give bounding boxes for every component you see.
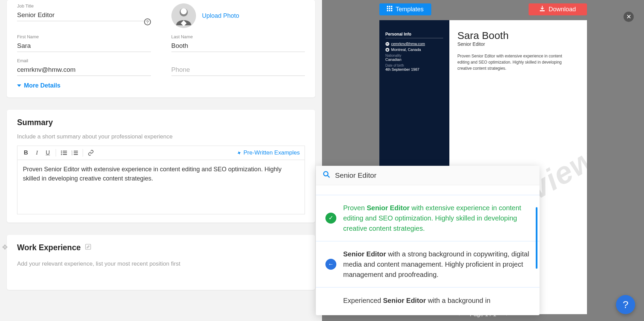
svg-rect-10 bbox=[63, 154, 67, 155]
resume-summary: Proven Senior Editor with extensive expe… bbox=[458, 53, 574, 71]
dob-value: 4th September 1987 bbox=[386, 67, 443, 71]
svg-rect-14 bbox=[74, 152, 78, 153]
suggestion-item[interactable]: ← Senior Editor with a strong background… bbox=[316, 241, 540, 287]
suggestion-item-selected[interactable]: ✓ Proven Senior Editor with extensive ex… bbox=[316, 195, 540, 241]
work-experience-card: ✥ Work Experience Add your relevant expe… bbox=[7, 235, 315, 290]
grid-icon bbox=[387, 6, 392, 13]
envelope-icon: ✉ bbox=[386, 42, 389, 46]
personal-details-card: Job Title ? Upload Photo First Name bbox=[7, 0, 315, 97]
first-name-input[interactable] bbox=[17, 40, 151, 52]
more-details-toggle[interactable]: More Details bbox=[17, 82, 305, 89]
chevron-down-icon bbox=[17, 84, 21, 87]
resume-location-row: ◉ Montreal, Canada bbox=[386, 48, 443, 52]
resume-title: Senior Editor bbox=[458, 41, 579, 47]
svg-point-5 bbox=[61, 151, 62, 152]
svg-point-9 bbox=[61, 154, 62, 155]
svg-rect-21 bbox=[387, 8, 388, 9]
templates-button[interactable]: Templates bbox=[379, 3, 431, 15]
job-title-label: Job Title bbox=[17, 3, 151, 9]
suggestion-item-partial bbox=[316, 185, 540, 195]
wand-icon: ✦ bbox=[236, 149, 242, 157]
resume-email-row: ✉ cemrknv@hmw.com bbox=[386, 42, 443, 46]
svg-rect-12 bbox=[74, 151, 78, 151]
svg-rect-8 bbox=[63, 152, 67, 153]
work-heading: Work Experience bbox=[17, 243, 81, 252]
editor-toolbar: B I U 123 ✦ Pre-Written Examples bbox=[17, 146, 305, 160]
italic-button[interactable]: I bbox=[32, 148, 42, 158]
svg-rect-27 bbox=[540, 10, 545, 11]
svg-rect-18 bbox=[387, 6, 388, 7]
svg-rect-19 bbox=[389, 6, 390, 7]
work-subtext: Add your relevant experience, list your … bbox=[17, 260, 305, 267]
bold-button[interactable]: B bbox=[21, 148, 31, 158]
link-button[interactable] bbox=[86, 148, 96, 158]
suggestion-item[interactable]: ← Experienced Senior Editor with a backg… bbox=[316, 287, 540, 313]
summary-editor[interactable]: Proven Senior Editor with extensive expe… bbox=[17, 160, 305, 214]
phone-input[interactable] bbox=[171, 64, 305, 76]
svg-rect-17 bbox=[86, 244, 91, 250]
svg-rect-20 bbox=[391, 6, 392, 7]
help-icon[interactable]: ? bbox=[144, 18, 151, 25]
svg-point-4 bbox=[181, 8, 187, 14]
pin-icon: ◉ bbox=[386, 48, 389, 52]
nationality-label: Nationality bbox=[386, 54, 443, 57]
help-float-button[interactable]: ? bbox=[616, 295, 635, 314]
dob-label: Date of birth bbox=[386, 64, 443, 67]
job-title-input[interactable] bbox=[17, 9, 151, 21]
resume-name: Sara Booth bbox=[458, 30, 579, 41]
edit-section-icon[interactable] bbox=[85, 243, 92, 252]
numbered-list-button[interactable]: 123 bbox=[70, 148, 80, 158]
download-icon bbox=[540, 6, 545, 13]
check-icon: ✓ bbox=[325, 213, 336, 224]
summary-heading: Summary bbox=[17, 118, 305, 127]
drag-handle-icon[interactable]: ✥ bbox=[2, 243, 8, 251]
svg-text:3: 3 bbox=[72, 153, 72, 155]
suggestions-search-text[interactable]: Senior Editor bbox=[335, 171, 376, 179]
svg-rect-6 bbox=[63, 151, 67, 151]
search-icon bbox=[323, 171, 330, 180]
pre-written-examples-button[interactable]: ✦ Pre-Written Examples bbox=[237, 149, 301, 156]
email-label: Email bbox=[17, 58, 151, 63]
last-name-label: Last Name bbox=[171, 34, 305, 39]
email-input[interactable] bbox=[17, 64, 151, 76]
svg-line-29 bbox=[328, 176, 330, 178]
underline-button[interactable]: U bbox=[43, 148, 53, 158]
nationality-value: Canadian bbox=[386, 57, 443, 62]
svg-rect-24 bbox=[387, 10, 388, 11]
suggestions-scrollbar[interactable] bbox=[536, 207, 537, 269]
avatar-placeholder bbox=[171, 3, 196, 28]
bullet-list-button[interactable] bbox=[59, 148, 69, 158]
svg-rect-22 bbox=[389, 8, 390, 9]
summary-card: Summary Include a short summary about yo… bbox=[7, 110, 315, 223]
svg-rect-23 bbox=[391, 8, 392, 9]
close-button[interactable]: ✕ bbox=[624, 12, 634, 22]
svg-point-28 bbox=[324, 172, 328, 176]
svg-rect-16 bbox=[74, 154, 78, 155]
suggestions-panel: Senior Editor ✓ Proven Senior Editor wit… bbox=[316, 166, 540, 315]
download-button[interactable]: Download bbox=[529, 3, 587, 15]
svg-rect-26 bbox=[391, 10, 392, 11]
last-name-input[interactable] bbox=[171, 40, 305, 52]
first-name-label: First Name bbox=[17, 34, 151, 39]
svg-rect-25 bbox=[389, 10, 390, 11]
svg-point-7 bbox=[61, 152, 62, 153]
summary-subtext: Include a short summary about your profe… bbox=[17, 133, 305, 140]
personal-info-heading: Personal Info bbox=[386, 32, 443, 38]
upload-photo-link[interactable]: Upload Photo bbox=[202, 12, 239, 19]
insert-icon: ← bbox=[325, 259, 336, 270]
